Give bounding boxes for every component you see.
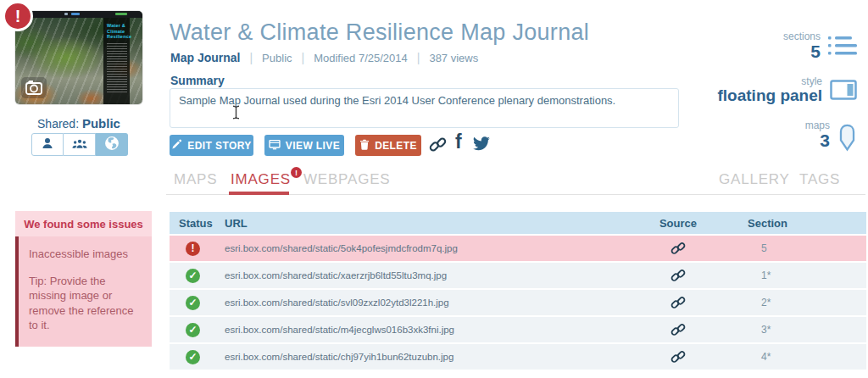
story-thumbnail[interactable]: Water & Climate Resilience [15,11,142,104]
share-org-button[interactable] [64,133,96,156]
thumbnail-side-panel: Water & Climate Resilience [103,18,130,104]
source-link-icon[interactable] [644,349,712,364]
globe-icon [103,135,120,155]
delete-label: DELETE [375,140,417,152]
share-public-button[interactable] [96,133,128,156]
share-private-button[interactable] [31,133,64,156]
ok-status-icon: ✓ [186,350,200,364]
error-status-icon: ! [186,242,200,256]
issues-panel-body: Inaccessible images Tip: Provide the mis… [15,236,152,347]
meta-separator: | [417,51,420,64]
edit-story-label: EDIT STORY [187,140,251,152]
section-number: 1* [712,270,866,281]
page-title: Water & Climate Resilience Map Journal [170,19,589,46]
group-icon [71,136,88,154]
tab-maps[interactable]: MAPS [174,171,217,188]
source-link-icon[interactable] [644,295,712,310]
thumbnail-browser-bar [15,11,142,18]
issue-text: Inaccessible images [29,247,143,262]
issues-panel: We found some issues Inaccessible images… [15,211,152,347]
table-row[interactable]: ✓ esri.box.com/shared/static/svl09zxzl02… [170,290,866,315]
facebook-glyph: f [455,131,462,153]
story-visibility: Public [262,52,292,64]
tab-images-alert-badge-icon: ! [291,167,302,178]
source-link-icon[interactable] [644,322,712,337]
active-tab-underline [229,192,289,195]
tab-tags[interactable]: TAGS [799,171,840,188]
issue-tip: Tip: Provide the missing image or remove… [29,274,143,333]
image-url: esri.box.com/shared/static/xaerzrjb6ltd5… [216,270,644,281]
thumbnail-panel-title: Water & Climate Resilience [107,23,127,40]
image-url: esri.box.com/shared/static/svl09zxzl02yt… [216,297,644,308]
delete-button[interactable]: DELETE [355,135,421,156]
column-url: URL [216,217,644,230]
table-row[interactable]: ! esri.box.com/shared/static/5ok4pofesjm… [170,236,866,261]
tab-images-label: IMAGES [231,171,291,187]
image-url: esri.box.com/shared/static/chj97yih1bun6… [216,352,644,362]
column-status: Status [170,217,216,230]
sections-label: sections [783,31,821,42]
meta-separator: | [302,51,305,64]
story-type: Map Journal [170,51,240,64]
story-view-count: 387 views [429,52,478,64]
text-cursor-icon [231,105,241,123]
camera-icon[interactable] [21,77,47,98]
view-live-label: VIEW LIVE [286,140,340,152]
floating-panel-icon [830,80,857,104]
table-row[interactable]: ✓ esri.box.com/shared/static/m4jecglws01… [170,317,866,342]
column-source: Source [644,217,712,230]
summary-label: Summary [170,74,225,87]
meta-separator: | [249,51,253,64]
pencil-icon [171,139,182,153]
story-modified-date: Modified 7/25/2014 [314,52,408,64]
shared-status: Shared: Public [15,116,142,131]
thumbnail-panel-text-lines [107,43,127,92]
story-alert-badge-icon: ! [3,1,33,31]
story-checker-page: Water & Climate Resilience ! Shared: Pub… [0,0,868,378]
summary-input[interactable]: Sample Map Journal used during the Esri … [170,88,679,128]
tab-gallery[interactable]: GALLERY [719,171,790,188]
style-value: floating panel [718,87,823,104]
sharing-level-toggle [31,133,128,156]
section-number: 4* [712,351,866,363]
sections-count: 5 [783,42,821,61]
ok-status-icon: ✓ [186,323,200,337]
map-pin-icon [837,124,857,155]
stat-maps: maps 3 [805,120,857,155]
image-url: esri.box.com/shared/static/5ok4pofesjmdc… [216,243,644,253]
section-list-icon [828,35,857,61]
person-icon [40,136,55,154]
style-label: style [718,75,823,87]
edit-story-button[interactable]: EDIT STORY [170,135,253,156]
ok-status-icon: ✓ [186,269,200,283]
tab-webpages[interactable]: WEBPAGES [303,171,390,188]
stat-style: style floating panel [718,75,858,104]
copy-link-icon[interactable] [429,136,447,157]
section-number: 5 [712,242,866,254]
shared-value: Public [82,116,120,131]
twitter-icon[interactable] [472,136,491,155]
screen-icon [269,139,281,153]
source-link-icon[interactable] [644,241,712,256]
image-url: esri.box.com/shared/static/m4jecglws016b… [216,325,644,335]
table-header: Status URL Source Section [170,212,866,234]
shared-label: Shared: [37,117,79,131]
section-number: 2* [712,297,866,309]
column-section: Section [712,217,866,230]
section-number: 3* [712,324,866,336]
facebook-icon[interactable]: f [455,132,462,152]
ok-status-icon: ✓ [186,296,200,310]
table-row[interactable]: ✓ esri.box.com/shared/static/xaerzrjb6lt… [170,263,866,288]
tab-images[interactable]: IMAGES ! [231,171,291,188]
trash-icon [359,139,370,153]
maps-count: 3 [805,131,830,150]
images-table: Status URL Source Section ! esri.box.com… [170,212,866,370]
alert-glyph: ! [15,7,21,26]
table-row[interactable]: ✓ esri.box.com/shared/static/chj97yih1bu… [170,344,866,370]
issues-panel-title: We found some issues [15,211,152,236]
story-meta: Map Journal | Public | Modified 7/25/201… [170,51,478,64]
source-link-icon[interactable] [644,268,712,283]
view-live-button[interactable]: VIEW LIVE [264,135,344,156]
stat-sections: sections 5 [783,31,857,61]
maps-label: maps [805,120,830,131]
